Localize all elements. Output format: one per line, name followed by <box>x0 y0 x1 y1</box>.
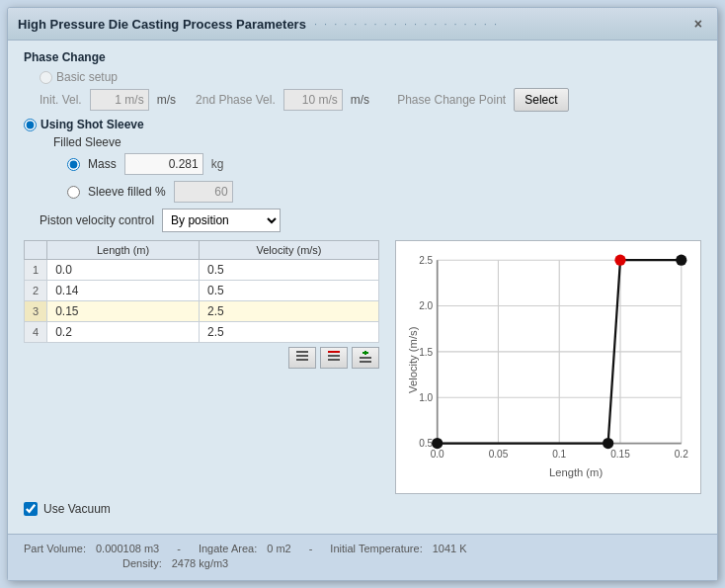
separator-1: - <box>177 543 181 554</box>
svg-text:0.05: 0.05 <box>489 449 509 460</box>
table-row[interactable]: 4 0.2 2.5 <box>25 322 379 343</box>
x-axis-label: Length (m) <box>549 466 604 478</box>
table-row[interactable]: 1 0.0 0.5 <box>25 260 379 281</box>
velocity-cell[interactable]: 0.5 <box>200 260 379 281</box>
title-dots: · · · · · · · · · · · · · · · · · · · <box>314 18 499 30</box>
chart-point-2 <box>603 438 613 449</box>
chart-svg: Velocity (m/s) Length (m) <box>404 249 692 482</box>
main-dialog: High Pressure Die Casting Process Parame… <box>7 7 718 581</box>
shot-sleeve-label: Using Shot Sleeve <box>40 118 144 131</box>
svg-text:0.5: 0.5 <box>419 438 433 449</box>
velocity-chart: Velocity (m/s) Length (m) <box>395 240 701 494</box>
ingate-area-value: 0 m2 <box>267 543 290 554</box>
svg-rect-2 <box>296 351 308 353</box>
close-button[interactable]: × <box>689 14 707 34</box>
density-value: 2478 kg/m3 <box>172 557 228 569</box>
shot-sleeve-radio-group: Using Shot Sleeve <box>24 118 144 131</box>
basic-setup-radio-group: Basic setup <box>40 70 118 84</box>
chart-point-3-selected <box>614 255 625 266</box>
footer-row-1: Part Volume: 0.000108 m3 - Ingate Area: … <box>24 543 701 554</box>
svg-rect-6 <box>360 357 371 359</box>
piston-velocity-select[interactable]: By position <box>162 209 281 232</box>
length-cell[interactable]: 0.2 <box>47 322 200 343</box>
second-phase-vel-label: 2nd Phase Vel. <box>196 93 276 107</box>
length-cell[interactable]: 0.14 <box>47 281 200 301</box>
delete-row-icon <box>327 350 341 364</box>
select-button[interactable]: Select <box>514 88 568 112</box>
insert-row-button[interactable] <box>352 347 379 369</box>
table-toolbar <box>24 347 379 369</box>
footer-row-2: Density: 2478 kg/m3 <box>24 557 701 569</box>
basic-setup-label: Basic setup <box>56 70 118 84</box>
shot-sleeve-radio[interactable] <box>24 119 37 131</box>
velocity-table: Length (m) Velocity (m/s) 1 0.0 0.5 2 0.… <box>24 240 379 343</box>
filled-sleeve-label: Filled Sleeve <box>53 135 701 149</box>
length-cell[interactable]: 0.15 <box>47 301 200 322</box>
svg-rect-1 <box>296 359 308 361</box>
row-num: 4 <box>25 322 47 343</box>
footer: Part Volume: 0.000108 m3 - Ingate Area: … <box>8 534 717 580</box>
velocity-settings-row: Init. Vel. m/s 2nd Phase Vel. m/s Phase … <box>40 88 701 112</box>
velocity-cell[interactable]: 0.5 <box>200 281 379 301</box>
mass-radio[interactable] <box>67 158 80 171</box>
init-vel-unit: m/s <box>157 93 176 107</box>
sleeve-filled-input <box>174 181 233 203</box>
svg-rect-0 <box>296 355 308 357</box>
svg-rect-7 <box>360 361 371 363</box>
dialog-content: Phase Change Basic setup Init. Vel. m/s … <box>8 41 717 534</box>
vacuum-row: Use Vacuum <box>24 502 701 516</box>
svg-rect-3 <box>328 355 340 357</box>
velocity-table-area: Length (m) Velocity (m/s) 1 0.0 0.5 2 0.… <box>24 240 379 369</box>
length-cell[interactable]: 0.0 <box>47 260 200 281</box>
title-bar: High Pressure Die Casting Process Parame… <box>8 8 717 41</box>
second-phase-vel-input <box>283 89 343 111</box>
use-vacuum-checkbox[interactable] <box>24 502 38 516</box>
mass-label: Mass <box>88 157 117 171</box>
basic-setup-radio[interactable] <box>40 71 52 84</box>
part-volume-value: 0.000108 m3 <box>96 543 159 554</box>
col-num <box>25 241 47 260</box>
init-vel-label: Init. Vel. <box>40 93 82 107</box>
phase-change-point-label: Phase Change Point <box>397 93 506 107</box>
svg-text:0.2: 0.2 <box>675 449 688 460</box>
part-volume-label: Part Volume: <box>24 543 86 554</box>
table-chart-area: Length (m) Velocity (m/s) 1 0.0 0.5 2 0.… <box>24 240 701 494</box>
filled-sleeve-section: Filled Sleeve Mass kg Sleeve filled % <box>53 135 701 203</box>
svg-text:1.5: 1.5 <box>419 347 433 358</box>
svg-text:0.1: 0.1 <box>552 449 566 460</box>
sleeve-filled-label: Sleeve filled % <box>88 185 166 199</box>
mass-input[interactable] <box>124 153 203 175</box>
chart-point-4 <box>676 255 686 266</box>
add-row-icon <box>295 350 309 364</box>
add-row-button[interactable] <box>288 347 316 369</box>
insert-row-icon <box>359 350 372 364</box>
initial-temp-value: 1041 K <box>433 543 467 554</box>
svg-text:1.0: 1.0 <box>419 392 433 403</box>
sleeve-filled-radio[interactable] <box>67 186 80 199</box>
dialog-title: High Pressure Die Casting Process Parame… <box>18 17 306 32</box>
velocity-cell[interactable]: 2.5 <box>200 301 379 322</box>
velocity-cell[interactable]: 2.5 <box>200 322 379 343</box>
density-label: Density: <box>122 557 162 569</box>
phase-change-section-label: Phase Change <box>24 50 701 64</box>
use-vacuum-label: Use Vacuum <box>43 502 111 516</box>
second-phase-vel-unit: m/s <box>351 93 369 107</box>
svg-text:0.15: 0.15 <box>610 449 630 460</box>
svg-text:2.5: 2.5 <box>419 255 433 266</box>
chart-point-1 <box>432 438 443 449</box>
row-num: 2 <box>25 281 47 301</box>
table-row[interactable]: 3 0.15 2.5 <box>25 301 379 322</box>
delete-row-button[interactable] <box>320 347 348 369</box>
title-bar-left: High Pressure Die Casting Process Parame… <box>18 17 499 32</box>
initial-temp-label: Initial Temperature: <box>330 543 422 554</box>
init-vel-input <box>90 89 149 111</box>
table-row[interactable]: 2 0.14 0.5 <box>25 281 379 301</box>
mass-unit: kg <box>211 157 224 171</box>
row-num: 1 <box>25 260 47 281</box>
separator-2: - <box>309 543 313 554</box>
piston-velocity-label: Piston velocity control <box>40 213 154 227</box>
row-num: 3 <box>25 301 47 322</box>
svg-text:2.0: 2.0 <box>419 300 433 311</box>
svg-text:0.0: 0.0 <box>431 449 444 460</box>
ingate-area-label: Ingate Area: <box>199 543 257 554</box>
